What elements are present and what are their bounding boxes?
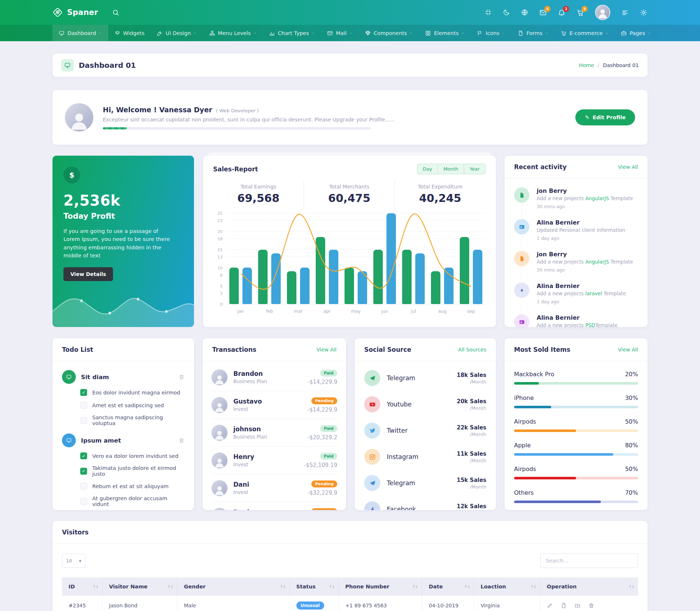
avatar: [211, 480, 228, 496]
trash-icon[interactable]: [588, 603, 594, 608]
task-checkbox[interactable]: ✓: [80, 468, 87, 475]
column-header-visitor-name[interactable]: Visitor Name↑↓: [102, 577, 177, 596]
search-icon[interactable]: [112, 9, 120, 16]
edit-profile-button[interactable]: ✎ Edit Profile: [575, 109, 635, 125]
sales-report-title: Sales-Report: [213, 166, 258, 173]
nav-item-elements[interactable]: Elements: [419, 25, 471, 41]
sort-icon[interactable]: ↑↓: [328, 584, 334, 589]
nav-item-components[interactable]: Components: [359, 25, 419, 41]
nav-item-ecommerce[interactable]: E-commerce: [555, 25, 615, 41]
folder-plus-icon[interactable]: [575, 603, 580, 608]
sort-icon[interactable]: ↑↓: [93, 584, 98, 589]
toggle-month[interactable]: Month: [438, 164, 464, 174]
x-tick: aug: [428, 309, 457, 314]
column-header-operation[interactable]: Operation↑↓: [540, 577, 638, 596]
transactions-title: Transactions: [212, 346, 256, 353]
nav-item-dashboard[interactable]: Dashboard: [52, 25, 108, 41]
sort-icon[interactable]: ↑↓: [530, 584, 536, 589]
nav-item-ui-design[interactable]: Ui Design: [151, 25, 203, 41]
task-checkbox[interactable]: ✓: [80, 452, 87, 459]
column-header-gender[interactable]: Gender↑↓: [177, 577, 289, 596]
dark-mode-moon-icon[interactable]: [503, 9, 510, 16]
cart-badge: 9: [582, 6, 588, 12]
toggle-day[interactable]: Day: [417, 164, 438, 174]
brand-logo-icon: [52, 7, 63, 17]
all-sources-link[interactable]: All Sources: [458, 347, 486, 353]
align-lines-icon[interactable]: [621, 9, 629, 16]
stat-value: 69,568: [213, 192, 304, 205]
column-header-phone[interactable]: Phone Number↑↓: [338, 577, 422, 596]
sort-icon[interactable]: ↑↓: [167, 584, 173, 589]
page-size-select[interactable]: 10▾: [62, 554, 85, 568]
avatar: [211, 397, 228, 413]
nav-item-mail[interactable]: Mail: [321, 25, 358, 41]
monitor-icon: [61, 59, 74, 71]
most-sold-view-all-link[interactable]: View All: [618, 347, 638, 353]
sales-stats: Total Earnings69,568 Total Merchants60,4…: [213, 180, 486, 210]
recent-activity-title: Recent activity: [514, 163, 567, 171]
most-sold-items-card: Most Sold Items View All Mackback Pro20%…: [505, 338, 648, 510]
most-sold-title: Most Sold Items: [514, 346, 570, 353]
task-checkbox[interactable]: ✓: [80, 417, 87, 424]
sort-icon[interactable]: ↑↓: [629, 584, 634, 589]
transactions-view-all-link[interactable]: View All: [316, 347, 337, 353]
trash-icon[interactable]: [179, 374, 184, 380]
nav-item-forms[interactable]: Forms: [512, 25, 555, 41]
column-header-id[interactable]: ID↑↓: [62, 577, 102, 596]
twitter-icon: [364, 423, 380, 439]
task-checkbox[interactable]: ✓: [80, 483, 87, 490]
social-source-title: Social Source: [364, 346, 411, 353]
pen-icon: [157, 30, 163, 36]
nav-item-menu-levels[interactable]: Menu Levels: [203, 25, 263, 41]
welcome-title: Hi, Welcome ! Vanessa Dyer: [103, 106, 212, 114]
facebook-icon: [364, 501, 380, 510]
nav-item-widgets[interactable]: Widgets: [108, 25, 151, 41]
nav-item-icons[interactable]: Icons: [471, 25, 512, 41]
column-header-date[interactable]: Date↑↓: [422, 577, 474, 596]
period-toggle: Day Month Year: [417, 164, 486, 174]
instagram-icon: [364, 449, 380, 465]
trash-icon[interactable]: [179, 437, 184, 443]
briefcase-icon: [621, 30, 627, 36]
brand[interactable]: Spaner: [52, 7, 98, 17]
sort-icon[interactable]: ↑↓: [464, 584, 470, 589]
breadcrumb-home-link[interactable]: Home: [579, 62, 594, 68]
sort-icon[interactable]: ↑↓: [412, 584, 418, 589]
y-tick: 15: [218, 248, 223, 252]
task-checkbox[interactable]: ✓: [80, 402, 87, 409]
task-checkbox[interactable]: ✓: [80, 389, 87, 396]
youtube-icon: [364, 396, 380, 412]
transaction-row: GustavoInvest Pending-$14,229.9: [211, 391, 337, 419]
column-header-location[interactable]: Loaction↑↓: [474, 577, 540, 596]
file-icon[interactable]: [561, 603, 567, 608]
mail-icon[interactable]: 4: [539, 9, 547, 16]
column-header-status[interactable]: Status↑↓: [289, 577, 338, 596]
user-avatar[interactable]: [595, 5, 610, 20]
layers-icon: [114, 30, 120, 36]
fullscreen-icon[interactable]: [485, 9, 492, 16]
sort-icon[interactable]: ↑↓: [280, 584, 285, 589]
welcome-role: ( Web Developer ): [216, 108, 259, 113]
cart-icon[interactable]: 9: [576, 9, 584, 16]
nav-item-pages[interactable]: Pages: [615, 25, 657, 41]
table-search-input[interactable]: [540, 553, 638, 568]
settings-gear-icon[interactable]: [640, 9, 648, 16]
avatar: [65, 103, 93, 132]
sales-chart: 035810131518202325 janfebmaraprmayjunjul…: [213, 213, 486, 314]
todo-title: Todo List: [62, 346, 93, 353]
task-checkbox[interactable]: ✓: [80, 498, 87, 505]
notifications-bell-icon[interactable]: 3: [558, 9, 565, 16]
file-icon: [514, 251, 529, 266]
pencil-icon: ✎: [585, 114, 589, 120]
stat-value: 40,245: [395, 192, 485, 205]
todo-task: ✓Takimata justo dolore et eirmod justo: [80, 465, 184, 477]
nav-item-chart-types[interactable]: Chart Types: [263, 25, 321, 41]
page-title-bar: Dashboard 01 Home / Dashboard 01: [52, 54, 648, 77]
todo-group: Sit diam ✓Eos dolor invidunt magna eirmo…: [62, 370, 184, 426]
transaction-row: HenryInvest Paid-$52,109.19: [211, 447, 337, 474]
language-globe-icon[interactable]: [521, 9, 528, 16]
activity-view-all-link[interactable]: View All: [618, 164, 638, 170]
chevron-down-icon: [545, 31, 548, 35]
edit-pencil-icon[interactable]: [547, 603, 553, 608]
toggle-year[interactable]: Year: [464, 164, 485, 174]
